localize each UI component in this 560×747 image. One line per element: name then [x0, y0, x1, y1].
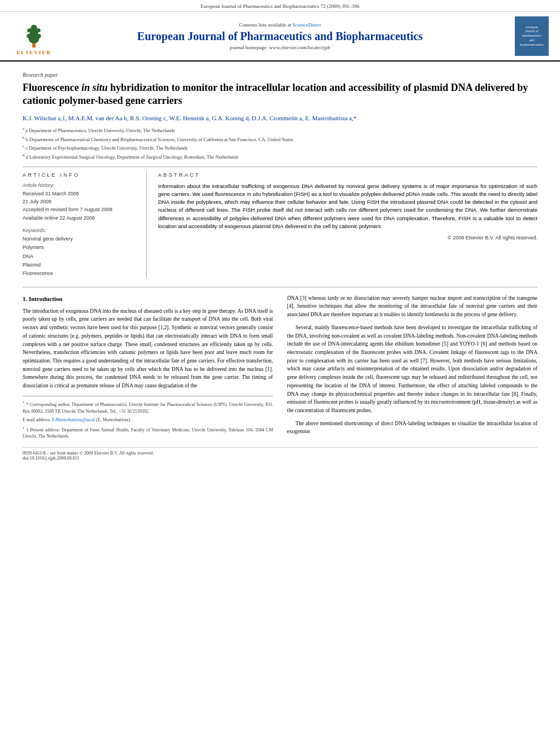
- keyword-1: Nonviral gene delivery: [23, 235, 138, 243]
- right-para-1: DNA [3] whereas tardy or no dissociation…: [287, 294, 538, 319]
- right-para-2: Several, mainly fluorescence-based metho…: [287, 324, 538, 415]
- elsevier-label: ELSEVIER: [16, 50, 51, 55]
- copyright-line: © 2008 Elsevier B.V. All rights reserved…: [158, 235, 537, 241]
- journal-logo-right: europeanjournal ofpharmaceuticsandbiopha…: [504, 16, 549, 56]
- footnote-email: E-mail address: E.Mastrobattista@uu.nl (…: [23, 417, 273, 423]
- affiliation-a: a a Department of Pharmaceutics, Utrecht…: [23, 126, 537, 134]
- right-para-3: The above mentioned shortcomings of dire…: [287, 420, 538, 436]
- article-info-abstract-section: ARTICLE INFO Article history: Received 3…: [23, 172, 537, 278]
- affiliations: a a Department of Pharmaceutics, Utrecht…: [23, 126, 537, 160]
- affiliation-d: d d Laboratory Experimental Surgical Onc…: [23, 152, 537, 161]
- article-title: Fluorescence in situ hybridization to mo…: [23, 81, 537, 108]
- intro-para-1: The introduction of exogenous DNA into t…: [23, 307, 273, 390]
- page-wrapper: European Journal of Pharmaceutics and Bi…: [0, 0, 560, 472]
- section-label: Research paper: [23, 72, 537, 78]
- abstract-text: Information about the intracellular traf…: [158, 182, 537, 231]
- bottom-doi: doi:10.1016/j.ejpb.2008.08.011: [23, 456, 79, 461]
- affiliation-b: b b Departments of Pharmaceutical Chemis…: [23, 135, 537, 143]
- section-divider: [23, 167, 537, 167]
- keyword-2: Polymers: [23, 243, 138, 252]
- abstract-col: ABSTRACT Information about the intracell…: [158, 172, 537, 278]
- authors-text: K.J. Wilschut a,1, M.A.E.M. van der Aa b…: [23, 115, 356, 121]
- bottom-copyright: 0939-6411/$ – see front matter © 2008 El…: [23, 451, 154, 456]
- affiliation-c: c c Department of Psychopharmacology, Ut…: [23, 143, 537, 152]
- keywords-label: Keywords:: [23, 228, 138, 233]
- main-content: Research paper Fluorescence in situ hybr…: [0, 62, 560, 472]
- article-info-header: ARTICLE INFO: [23, 172, 138, 178]
- intro-title: 1. Introduction: [23, 294, 273, 304]
- journal-citation-text: European Journal of Pharmaceutics and Bi…: [200, 3, 359, 9]
- history-label: Article history:: [23, 182, 138, 188]
- revised-date: 21 July 2008: [23, 198, 138, 206]
- authors: K.J. Wilschut a,1, M.A.E.M. van der Aa b…: [23, 113, 537, 123]
- bottom-bar: 0939-6411/$ – see front matter © 2008 El…: [23, 447, 537, 461]
- journal-title-text: European Journal of Pharmaceutics and Bi…: [62, 30, 498, 43]
- keyword-5: Fluorescence: [23, 269, 138, 278]
- journal-citation-bar: European Journal of Pharmaceutics and Bi…: [0, 0, 560, 12]
- keyword-3: DNA: [23, 252, 138, 261]
- journal-logo-box-text: europeanjournal ofpharmaceuticsandbiopha…: [520, 25, 544, 47]
- svg-point-7: [36, 28, 41, 32]
- sciencedirect-link[interactable]: ScienceDirect: [292, 22, 321, 28]
- contents-available-line: Contents lists available at ScienceDirec…: [62, 22, 498, 28]
- journal-header: ELSEVIER Contents lists available at Sci…: [0, 12, 560, 62]
- accepted-date: Accepted in revised form 7 August 2008: [23, 206, 138, 213]
- keyword-4: Plasmid: [23, 261, 138, 269]
- elsevier-logo: ELSEVIER: [11, 18, 56, 55]
- svg-point-5: [34, 33, 41, 38]
- svg-point-6: [27, 28, 32, 32]
- contents-label: Contents lists available at: [239, 22, 291, 28]
- footnote-1: 1 1 Present address: Department of Farm …: [23, 425, 273, 440]
- svg-point-4: [27, 33, 34, 38]
- footnotes-section: * * Corresponding author. Department of …: [23, 396, 273, 440]
- body-two-col: 1. Introduction The introduction of exog…: [23, 294, 537, 442]
- received-date: Received 31 March 2008: [23, 190, 138, 198]
- body-right-col: DNA [3] whereas tardy or no dissociation…: [287, 294, 538, 442]
- article-info-col: ARTICLE INFO Article history: Received 3…: [23, 172, 147, 278]
- journal-logo-box: europeanjournal ofpharmaceuticsandbiopha…: [515, 16, 549, 56]
- body-section: 1. Introduction The introduction of exog…: [23, 287, 537, 442]
- abstract-header: ABSTRACT: [158, 172, 537, 178]
- journal-homepage-text: journal homepage: www.elsevier.com/locat…: [62, 45, 498, 50]
- footnote-star: * * Corresponding author. Department of …: [23, 400, 273, 415]
- journal-title-center: Contents lists available at ScienceDirec…: [56, 22, 504, 50]
- body-left-col: 1. Introduction The introduction of exog…: [23, 294, 273, 442]
- elsevier-tree-icon: [20, 18, 48, 49]
- email-link[interactable]: E.Mastrobattista@uu.nl: [52, 417, 95, 422]
- available-date: Available online 22 August 2008: [23, 214, 138, 222]
